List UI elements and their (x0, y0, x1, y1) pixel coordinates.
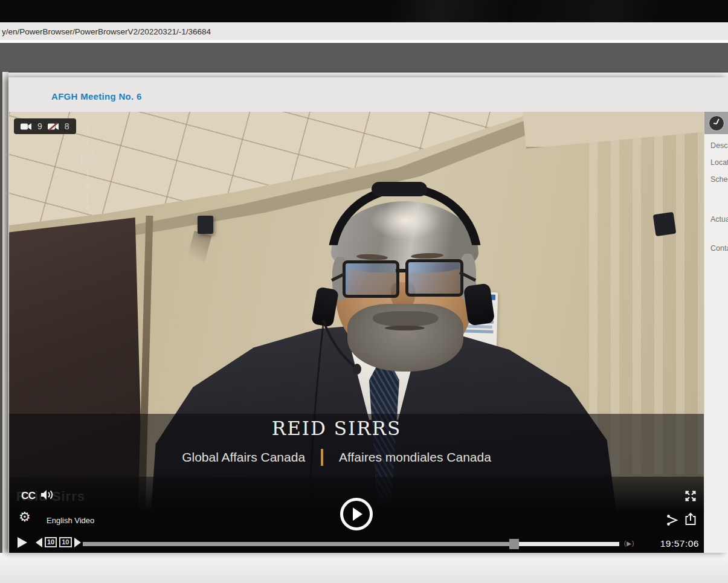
closed-captions-button[interactable]: CC (21, 490, 36, 502)
playback-indicator-icon: (▶) (624, 540, 634, 547)
info-panel: Information Description Location Schedul… (704, 112, 728, 553)
video-player[interactable]: REID SIRRS Global Affairs Canada Affaire… (9, 112, 704, 553)
camera-off-icon (48, 123, 59, 130)
skip-controls: 10 10 (36, 537, 81, 547)
skip-back-arrow-icon[interactable] (36, 538, 42, 547)
field-label-actual: Actual (710, 215, 728, 224)
speaker-affiliation: Global Affairs Canada Affaires mondiales… (9, 449, 664, 466)
speaker-name: REID SIRRS (9, 417, 664, 439)
page-bottom-area (0, 553, 728, 583)
progress-remaining (514, 542, 619, 546)
field-label-contact: Contact (710, 244, 728, 253)
progress-thumb[interactable] (509, 539, 519, 549)
camera-on-icon (21, 123, 32, 130)
settings-gear-icon[interactable]: ⚙ (19, 509, 31, 525)
export-icon[interactable] (685, 512, 697, 526)
clock-icon (709, 115, 724, 131)
address-bar[interactable]: y/en/PowerBrowser/PowerBrowserV2/2022032… (0, 22, 728, 40)
page-left-gutter (2, 72, 8, 583)
audio-track-label: English Video (47, 516, 94, 525)
cameras-on-count: 9 (37, 121, 42, 131)
field-label-location: Location (710, 158, 728, 167)
affiliation-english: Global Affairs Canada (182, 450, 305, 465)
skip-back-button[interactable]: 10 (45, 537, 57, 547)
cameras-off-count: 8 (65, 121, 69, 131)
field-label-scheduled: Scheduled (710, 175, 728, 184)
share-icon[interactable] (666, 514, 680, 526)
tab-information[interactable]: Information (704, 112, 728, 134)
skip-forward-button[interactable]: 10 (59, 537, 71, 547)
toolbar-bar (0, 43, 728, 72)
progress-played (83, 542, 514, 546)
affiliation-french: Affaires mondiales Canada (339, 450, 491, 465)
play-button[interactable] (340, 498, 373, 530)
camera-count-badge: 9 8 (14, 118, 76, 134)
meeting-panel: AFGH Meeting No. 6 (8, 77, 728, 553)
top-black-bar (0, 0, 728, 22)
volume-icon[interactable] (40, 489, 54, 500)
page-title: AFGH Meeting No. 6 (51, 91, 142, 101)
fullscreen-icon[interactable] (685, 490, 697, 502)
screen: y/en/PowerBrowser/PowerBrowserV2/2022032… (0, 0, 728, 583)
play-icon-small[interactable] (18, 537, 27, 548)
gold-divider (321, 449, 323, 466)
progress-bar[interactable] (83, 542, 619, 546)
address-bar-url: y/en/PowerBrowser/PowerBrowserV2/2022032… (0, 27, 211, 36)
time-display: 19:57:06 (660, 538, 699, 549)
skip-forward-arrow-icon[interactable] (74, 538, 81, 547)
field-label-description: Description (710, 141, 728, 150)
